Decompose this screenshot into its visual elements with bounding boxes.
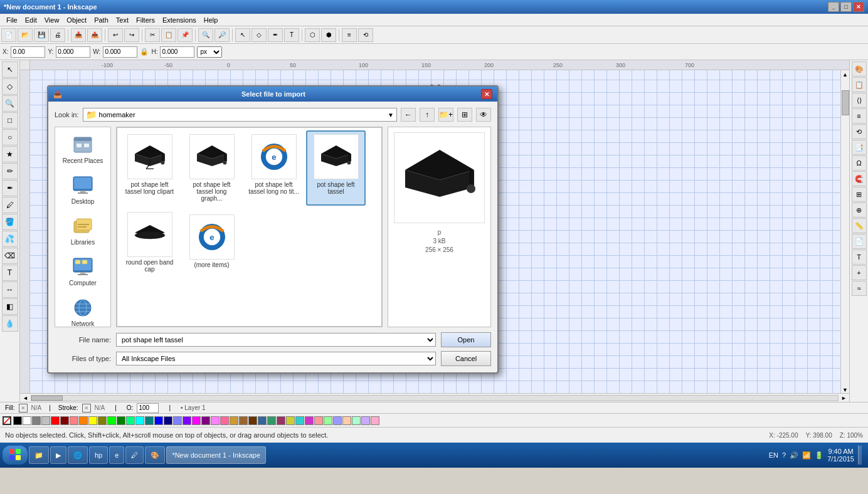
color-black[interactable] xyxy=(13,416,22,425)
taskbar-inkscape[interactable]: *New document 1 - Inkscape xyxy=(166,446,266,464)
up-button[interactable]: ↑ xyxy=(420,108,435,122)
taskbar-ie[interactable]: e xyxy=(109,446,124,464)
redo-button[interactable]: ↪ xyxy=(124,28,139,42)
file-item-1[interactable]: pot shape left tassel long clipart xyxy=(120,130,179,206)
filename-input[interactable]: pot shape left tassel xyxy=(116,333,436,347)
back-button[interactable]: ← xyxy=(401,108,416,122)
menu-text[interactable]: Text xyxy=(112,15,132,25)
color-red[interactable] xyxy=(51,416,60,425)
layers-button[interactable]: 📑 xyxy=(852,140,867,155)
menu-path[interactable]: Path xyxy=(90,15,112,25)
nav-libraries[interactable]: Libraries xyxy=(58,213,108,248)
arrow-tool[interactable]: ↖ xyxy=(2,61,18,78)
dropper-tool[interactable]: 💧 xyxy=(2,315,18,332)
color-tealgreen[interactable] xyxy=(267,416,276,425)
save-button[interactable]: 💾 xyxy=(34,28,49,42)
color-orange[interactable] xyxy=(79,416,88,425)
pencil-tool[interactable]: ✏ xyxy=(2,163,18,179)
transform-button[interactable]: ⟲ xyxy=(358,28,373,42)
group-button[interactable]: ⬡ xyxy=(305,28,320,42)
color-mint2[interactable] xyxy=(352,416,361,425)
filetype-select[interactable]: All Inkscape Files xyxy=(116,352,436,365)
color-darkmagenta[interactable] xyxy=(201,416,210,425)
color-lightred[interactable] xyxy=(70,416,78,425)
cancel-button[interactable]: Cancel xyxy=(441,351,491,366)
object-properties-button[interactable]: 📋 xyxy=(852,77,867,92)
color-brown[interactable] xyxy=(239,416,248,425)
file-item-5[interactable]: round open band cap xyxy=(120,208,179,276)
export-button[interactable]: 📤 xyxy=(87,28,102,42)
color-silver[interactable] xyxy=(41,416,50,425)
vertical-scrollbar[interactable]: ▲ ▼ xyxy=(840,70,849,393)
connector-tool[interactable]: ↔ xyxy=(2,281,18,298)
scrollbar-thumb-v[interactable] xyxy=(842,90,849,115)
file-item-2[interactable]: pot shape left tassel long graph... xyxy=(182,130,241,206)
color-darkbrown[interactable] xyxy=(248,416,257,425)
grid-button[interactable]: ⊞ xyxy=(852,187,867,202)
preview-button[interactable]: 👁 xyxy=(476,108,491,122)
ungroup-button[interactable]: ⬢ xyxy=(321,28,336,42)
edit-node-tool[interactable]: ◇ xyxy=(2,78,18,95)
undo-button[interactable]: ↩ xyxy=(108,28,123,42)
color-olive[interactable] xyxy=(98,416,107,425)
taskbar-explorer[interactable]: 📁 xyxy=(29,446,49,464)
w-input[interactable] xyxy=(103,46,137,58)
pen-tool[interactable]: ✒ xyxy=(268,28,283,42)
text-tool-left[interactable]: T xyxy=(2,265,18,281)
nav-computer[interactable]: Computer xyxy=(58,253,108,289)
menu-extensions[interactable]: Extensions xyxy=(159,15,200,25)
eraser-tool[interactable]: ⌫ xyxy=(2,248,18,264)
taskbar-media[interactable]: ▶ xyxy=(50,446,66,464)
copy-button[interactable]: 📋 xyxy=(161,28,176,42)
color-teal[interactable] xyxy=(145,416,154,425)
circle-tool[interactable]: ○ xyxy=(2,129,18,145)
color-steelblue[interactable] xyxy=(258,416,267,425)
ruler-button[interactable]: 📏 xyxy=(852,218,867,233)
snap-button[interactable]: 🧲 xyxy=(852,171,867,186)
color-turquoise[interactable] xyxy=(295,416,304,425)
pen-tool[interactable]: ✒ xyxy=(2,180,18,196)
stroke-swatch[interactable]: ✕ xyxy=(82,404,91,413)
x-input[interactable] xyxy=(11,46,45,58)
color-white[interactable] xyxy=(23,416,31,425)
file-item-3[interactable]: e pot shape left tassel long no tit... xyxy=(244,130,304,206)
file-item-4[interactable]: pot shape left tassel xyxy=(306,130,366,206)
paint-tool[interactable]: 🪣 xyxy=(2,214,18,230)
guide-button[interactable]: ⊕ xyxy=(852,202,867,218)
select-tool[interactable]: ↖ xyxy=(235,28,250,42)
menu-object[interactable]: Object xyxy=(63,15,90,25)
text-tool[interactable]: T xyxy=(284,28,299,42)
color-gray[interactable] xyxy=(32,416,41,425)
view-button[interactable]: ⊞ xyxy=(457,108,472,122)
maximize-button[interactable]: □ xyxy=(840,2,852,12)
menu-file[interactable]: File xyxy=(3,15,21,25)
color-pink[interactable] xyxy=(220,416,229,425)
color-blue[interactable] xyxy=(154,416,163,425)
color-lightblue[interactable] xyxy=(173,416,182,425)
horizontal-scrollbar[interactable]: ◄ ► xyxy=(20,393,849,402)
nav-network[interactable]: Network xyxy=(58,294,108,330)
show-desktop-button[interactable] xyxy=(858,446,862,465)
color-plum[interactable] xyxy=(277,416,285,425)
color-green[interactable] xyxy=(107,416,116,425)
menu-edit[interactable]: Edit xyxy=(21,15,41,25)
transform-button-r[interactable]: ⟲ xyxy=(852,124,867,139)
cut-button[interactable]: ✂ xyxy=(145,28,160,42)
type-button[interactable]: T xyxy=(852,250,867,265)
taskbar-ink[interactable]: 🖊 xyxy=(125,446,144,464)
import-button[interactable]: 📥 xyxy=(71,28,86,42)
align-button[interactable]: ≡ xyxy=(342,28,357,42)
taskbar-paint[interactable]: 🎨 xyxy=(145,446,165,464)
minimize-button[interactable]: _ xyxy=(828,2,839,12)
opacity-input[interactable] xyxy=(137,403,159,413)
symbols-button[interactable]: Ω xyxy=(852,155,867,171)
nav-desktop[interactable]: Desktop xyxy=(58,172,108,208)
node-tool[interactable]: ◇ xyxy=(251,28,267,42)
align-distribute-button[interactable]: ≡ xyxy=(852,108,867,124)
color-darkgreen[interactable] xyxy=(117,416,125,425)
extra-button2[interactable]: ≈ xyxy=(852,281,867,296)
y-input[interactable] xyxy=(56,46,90,58)
color-periwinkle[interactable] xyxy=(333,416,342,425)
nav-recent[interactable]: Recent Places xyxy=(58,131,108,167)
color-darkred[interactable] xyxy=(60,416,69,425)
